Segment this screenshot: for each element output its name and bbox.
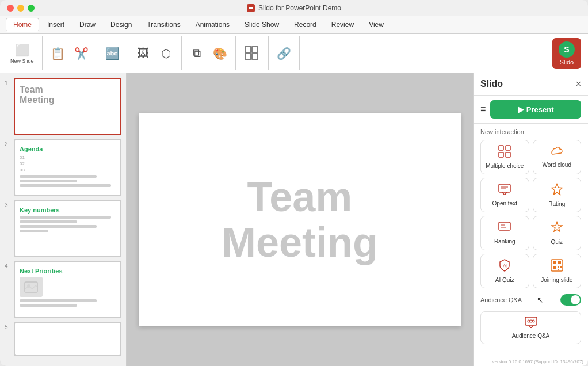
window-controls[interactable] [7, 5, 35, 12]
draw-shape-icon [244, 45, 260, 62]
audience-qa-toggle-label: Audience Q&A [480, 296, 522, 303]
link-button[interactable]: 🔗 [273, 44, 295, 63]
cut-button[interactable]: ✂️ [71, 44, 92, 63]
version-text: version 0.25.0.1697 (Support ID: 13496/7… [474, 357, 588, 366]
slido-avatar: S [559, 41, 575, 58]
picture-icon: 🖼 [138, 47, 149, 60]
ranking-label: Ranking [494, 238, 516, 245]
tab-view[interactable]: View [362, 18, 391, 31]
svg-rect-10 [506, 152, 510, 157]
slide-preview-3[interactable]: Key numbers [14, 200, 121, 257]
open-text-label: Open text [492, 200, 517, 207]
svg-rect-2 [252, 47, 258, 52]
tab-draw[interactable]: Draw [72, 18, 102, 31]
window-title: Slido for PowerPoint Demo [247, 4, 341, 12]
new-slide-icon: ⬜ [15, 43, 29, 57]
minimize-button[interactable] [17, 5, 24, 12]
picture-button[interactable]: 🖼 [133, 44, 154, 62]
arrange-button[interactable]: ⧉ [186, 44, 207, 62]
slide-panel: 1 TeamMeeting 2 Agenda 01 02 03 [0, 73, 127, 366]
audience-qa-item[interactable]: Audience Q&A [480, 311, 581, 344]
ribbon-group-slide: ⬜ New Slide [7, 36, 43, 70]
audience-qa-item-label: Audience Q&A [512, 333, 550, 339]
slide-number-3: 3 [5, 200, 10, 208]
slido-ribbon-button-container: S Slido [552, 38, 581, 69]
slide-preview-4[interactable]: Next Priorities [14, 261, 121, 318]
slide-thumb-1[interactable]: 1 TeamMeeting [5, 78, 121, 135]
ribbon-tools: ⬜ New Slide 📋 ✂️ 🔤 🖼 ⬡ ⧉ 🎨 [0, 34, 588, 73]
tab-design[interactable]: Design [104, 18, 139, 31]
paste-icon: 📋 [51, 47, 65, 60]
draw-shape-button[interactable] [240, 43, 264, 64]
slide-thumb-4[interactable]: 4 Next Priorities [5, 261, 121, 318]
main-slide-content: Team Meeting [222, 174, 378, 265]
maximize-button[interactable] [28, 5, 35, 12]
rating-button[interactable]: Rating [533, 178, 582, 212]
word-cloud-label: Word cloud [543, 162, 571, 168]
slide-thumb-5[interactable]: 5 [5, 322, 121, 356]
rating-label: Rating [548, 201, 565, 207]
new-slide-button[interactable]: ⬜ New Slide [7, 41, 37, 66]
slide-thumb-3[interactable]: 3 Key numbers [5, 200, 121, 257]
tab-slideshow[interactable]: Slide Show [238, 18, 286, 31]
slide-4-title: Next Priorities [20, 268, 116, 274]
svg-rect-22 [553, 266, 556, 269]
open-text-button[interactable]: Open text [480, 178, 529, 212]
text-icon: 🔤 [105, 47, 120, 60]
tab-record[interactable]: Record [287, 18, 323, 31]
slide-preview-1[interactable]: TeamMeeting [14, 78, 121, 135]
slido-ribbon-button[interactable]: S Slido [552, 38, 581, 69]
ribbon-group-text: 🔤 [102, 36, 128, 70]
slide-3-lines [20, 216, 116, 232]
svg-rect-23 [558, 266, 559, 268]
quiz-button[interactable]: Quiz [533, 216, 582, 250]
ribbon-group-clipboard: 📋 ✂️ [47, 36, 97, 70]
present-button[interactable]: ▶ Present [490, 100, 581, 119]
joining-slide-button[interactable]: Joining slide [533, 254, 582, 288]
slido-panel-close-button[interactable]: × [576, 79, 581, 89]
cursor-icon: ↖ [537, 295, 544, 304]
tab-transitions[interactable]: Transitions [140, 18, 187, 31]
slide-number-1: 1 [5, 78, 10, 86]
multiple-choice-button[interactable]: Multiple choice [480, 140, 529, 174]
tab-animations[interactable]: Animations [189, 18, 236, 31]
audience-qa-toggle[interactable] [560, 294, 581, 306]
ranking-icon [498, 222, 511, 236]
ribbon-group-shapes [240, 36, 269, 70]
ribbon-group-extras: 🔗 [273, 36, 300, 70]
slide-preview-5[interactable] [14, 322, 121, 356]
format-icon: 🎨 [213, 47, 227, 60]
svg-rect-24 [560, 266, 562, 268]
ranking-button[interactable]: Ranking [480, 216, 529, 250]
slide-number-4: 4 [5, 261, 10, 269]
hamburger-menu-button[interactable]: ≡ [480, 104, 486, 115]
tab-insert[interactable]: Insert [40, 18, 71, 31]
slido-panel-actions: ≡ ▶ Present [474, 96, 588, 124]
title-bar: Slido for PowerPoint Demo [0, 0, 588, 16]
ai-quiz-button[interactable]: AI AI Quiz [480, 254, 529, 288]
close-button[interactable] [7, 5, 14, 12]
slide-2-lines [20, 175, 116, 187]
slide-preview-2[interactable]: Agenda 01 02 03 [14, 139, 121, 196]
tab-review[interactable]: Review [324, 18, 361, 31]
main-slide-area: Team Meeting [127, 73, 473, 366]
present-icon: ▶ [518, 105, 524, 114]
svg-rect-9 [499, 152, 503, 157]
svg-marker-14 [552, 184, 562, 195]
text-box-button[interactable]: 🔤 [102, 44, 123, 63]
ribbon: Home Insert Draw Design Transitions Anim… [0, 16, 588, 34]
quiz-icon [551, 221, 563, 237]
slide-thumb-2[interactable]: 2 Agenda 01 02 03 [5, 139, 121, 196]
audience-qa-row: Audience Q&A ↖ [474, 291, 588, 309]
slido-panel-title: Slido [480, 79, 503, 89]
quiz-label: Quiz [551, 239, 563, 245]
svg-rect-1 [245, 47, 251, 52]
tab-home[interactable]: Home [6, 18, 39, 32]
svg-rect-0 [249, 7, 253, 9]
paste-button[interactable]: 📋 [47, 44, 68, 63]
shapes-button[interactable]: ⬡ [156, 44, 177, 63]
arrange-icon: ⧉ [193, 47, 201, 60]
word-cloud-button[interactable]: Word cloud [533, 140, 582, 174]
format-button[interactable]: 🎨 [209, 44, 231, 63]
main-slide: Team Meeting [139, 113, 461, 326]
